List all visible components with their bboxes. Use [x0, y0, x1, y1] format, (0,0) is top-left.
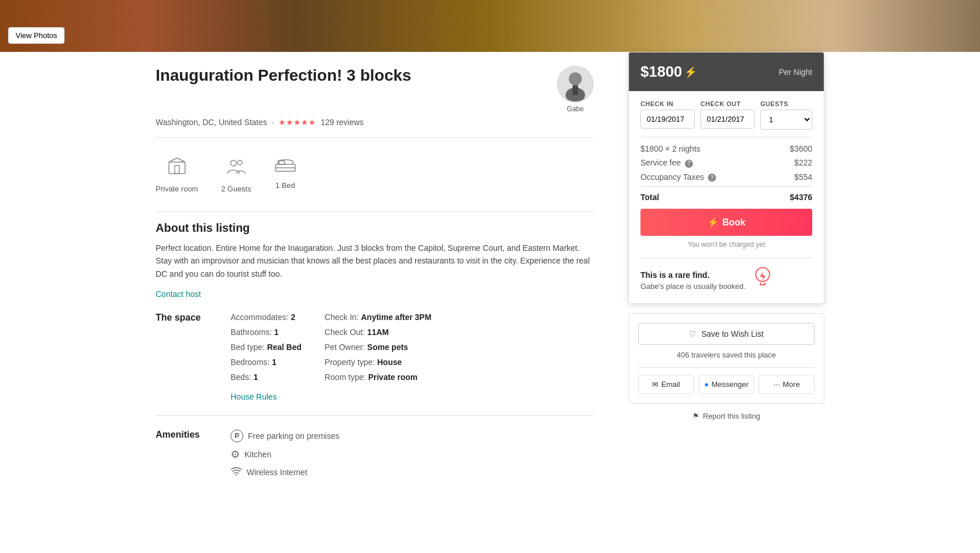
price-line-service: Service fee ? $222 [640, 158, 812, 168]
listing-location: Washington, DC, United States [156, 118, 267, 127]
messenger-share-button[interactable]: ● Messenger [699, 375, 755, 394]
more-icon: ··· [774, 380, 780, 389]
checkout-input[interactable] [700, 110, 755, 129]
feature-private-room: Private room [156, 156, 198, 193]
hero-image: View Photos [0, 0, 980, 52]
house-rules-link[interactable]: House Rules [231, 392, 277, 401]
tax-info-icon[interactable]: ? [708, 174, 716, 182]
service-value: $222 [794, 158, 812, 168]
rare-find-title: This is a rare find. [640, 270, 745, 280]
book-label: Book [722, 217, 745, 228]
space-pet: Pet Owner:Some pets [325, 343, 431, 352]
svg-point-11 [238, 160, 242, 165]
more-label: More [783, 380, 800, 389]
feature-guests-label: 2 Guests [221, 185, 251, 193]
view-photos-button[interactable]: View Photos [8, 27, 65, 44]
divider-2 [156, 212, 594, 212]
total-value: $4376 [790, 193, 812, 202]
pricing-breakdown: $1800 × 2 nights $3600 Service fee ? $22… [640, 137, 812, 202]
feature-guests: 2 Guests [221, 156, 251, 193]
listing-title: Inauguration Perfection! 3 blocks [156, 66, 411, 85]
space-bathrooms: Bathrooms:1 [231, 328, 301, 337]
about-title: About this listing [156, 221, 594, 235]
price-line-total: Total $4376 [640, 186, 812, 202]
space-section: The space Accommodates:2 Bathrooms:1 Bed… [156, 313, 594, 401]
total-label: Total [640, 193, 659, 202]
service-label: Service fee ? [640, 158, 693, 168]
report-link[interactable]: ⚑ Report this listing [628, 412, 824, 420]
space-left-col: Accommodates:2 Bathrooms:1 Bed type:Real… [231, 313, 301, 401]
messenger-icon: ● [704, 380, 708, 389]
svg-point-17 [236, 475, 237, 476]
svg-rect-7 [175, 165, 179, 174]
nights-label: $1800 × 2 nights [640, 144, 700, 153]
checkin-input[interactable] [640, 110, 695, 129]
price-display: $1800 ⚡ [640, 63, 697, 81]
share-row: ✉ Email ● Messenger ··· More [638, 367, 815, 394]
checkin-group: Check In [640, 100, 695, 130]
parking-icon: P [231, 430, 243, 442]
email-label: Email [661, 380, 680, 389]
rare-find: This is a rare find. Gabe's place is usu… [640, 258, 812, 294]
more-share-button[interactable]: ··· More [759, 375, 815, 394]
host-avatar [557, 66, 594, 103]
email-share-button[interactable]: ✉ Email [638, 375, 694, 394]
space-bed-type: Bed type:Real Bed [231, 343, 301, 352]
wishlist-widget: ♡ Save to Wish List 406 travelers saved … [628, 313, 824, 404]
checkin-label: Check In [640, 100, 695, 107]
per-night-label: Per Night [779, 67, 812, 77]
date-row: Check In Check Out Guests 1 2 [640, 100, 812, 130]
svg-rect-16 [279, 161, 285, 164]
space-checkout: Check Out:11AM [325, 328, 431, 337]
feature-bed-label: 1 Bed [276, 181, 295, 190]
divider-1 [156, 137, 594, 138]
nights-value: $3600 [790, 144, 812, 153]
book-button[interactable]: ⚡ Book [640, 209, 812, 236]
amenity-kitchen-label: Kitchen [244, 450, 272, 459]
host-name: Gabe [567, 105, 583, 113]
save-wishlist-button[interactable]: ♡ Save to Wish List [638, 323, 815, 345]
space-room-type: Room type:Private room [325, 373, 431, 382]
lightbulb-icon [752, 266, 773, 294]
guests-group: Guests 1 2 [760, 100, 812, 130]
checkout-label: Check Out [700, 100, 755, 107]
divider-3 [156, 415, 594, 416]
amenity-wifi: Wireless Internet [231, 467, 594, 478]
guests-icon [226, 156, 247, 181]
space-right-col: Check In:Anytime after 3PM Check Out:11A… [325, 313, 431, 401]
tax-value: $554 [794, 172, 812, 182]
messenger-label: Messenger [711, 380, 748, 389]
email-icon: ✉ [652, 380, 658, 389]
amenity-kitchen: ⚙ Kitchen [231, 448, 594, 461]
report-label: Report this listing [703, 412, 760, 420]
space-beds: Beds:1 [231, 373, 301, 382]
amenity-wifi-label: Wireless Internet [247, 468, 307, 477]
price-line-nights: $1800 × 2 nights $3600 [640, 144, 812, 153]
rare-find-sub: Gabe's place is usually booked. [640, 282, 745, 291]
travelers-saved: 406 travelers saved this place [638, 351, 815, 359]
kitchen-icon: ⚙ [231, 448, 240, 461]
svg-point-1 [569, 72, 582, 85]
feature-bed: 1 Bed [274, 156, 296, 193]
room-icon [167, 156, 187, 181]
space-property-type: Property type:House [325, 358, 431, 367]
svg-line-8 [169, 158, 177, 162]
guests-select[interactable]: 1 2 [760, 110, 812, 130]
save-wishlist-label: Save to Wish List [701, 329, 763, 338]
amenity-parking-label: Free parking on premises [248, 431, 340, 441]
report-section: ⚑ Report this listing [628, 412, 824, 420]
heart-icon: ♡ [689, 329, 696, 338]
price-line-tax: Occupancy Taxes ? $554 [640, 172, 812, 182]
checkout-group: Check Out [700, 100, 755, 130]
service-info-icon[interactable]: ? [685, 160, 693, 168]
booking-header: $1800 ⚡ Per Night [629, 52, 824, 91]
contact-host-link[interactable]: Contact host [156, 289, 201, 299]
svg-line-9 [177, 158, 185, 162]
room-features: Private room 2 Guests [156, 147, 594, 202]
wifi-icon [231, 467, 242, 478]
amenity-parking: P Free parking on premises [231, 430, 594, 442]
amenities-section: Amenities P Free parking on premises ⚙ K… [156, 430, 594, 478]
host-info: Gabe [557, 66, 594, 113]
no-charge-text: You won't be charged yet [640, 240, 812, 249]
svg-rect-6 [169, 162, 185, 174]
